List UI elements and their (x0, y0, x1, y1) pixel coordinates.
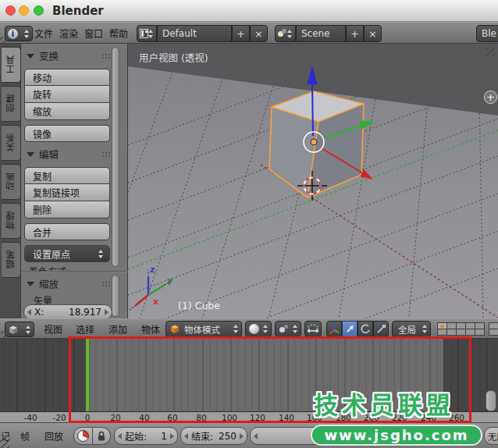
panel-drag-dots-icon[interactable] (101, 281, 112, 286)
viewport-3d[interactable]: 用户视图 (透视) (1) Cube z y x + (128, 44, 498, 318)
close-traffic-light-icon[interactable] (5, 5, 16, 16)
manipulator-rotate-button[interactable] (357, 321, 373, 337)
menu-window[interactable]: 窗口 (84, 27, 103, 40)
chevron-updown-icon (233, 325, 239, 333)
shelf-tab-animation[interactable]: 动画 (2, 164, 21, 200)
close-layout-button[interactable]: × (250, 25, 268, 42)
manipulator-scale-button[interactable] (373, 321, 389, 337)
shading-label-clipped: 着色方式: (29, 265, 115, 271)
window-title: Blender (52, 4, 104, 18)
manipulator-toggle-button[interactable] (326, 321, 342, 337)
scene-icon-button[interactable] (275, 25, 296, 42)
rotate-arc-icon (361, 324, 371, 334)
scale-button[interactable]: 缩放 (24, 103, 110, 120)
translate-arrow-icon (345, 324, 355, 334)
close-scene-button[interactable]: × (364, 25, 382, 42)
menu-playback[interactable]: 回放 (44, 429, 63, 443)
watermark-title: 技术员联盟 (314, 386, 454, 421)
menu-frame[interactable]: 帧 (20, 429, 30, 443)
add-layout-button[interactable]: + (232, 25, 250, 42)
proportional-edit-button[interactable] (304, 321, 322, 337)
rotate-button[interactable]: 旋转 (24, 86, 110, 103)
menu-object[interactable]: 物体 (141, 322, 160, 336)
menu-select[interactable]: 选择 (76, 322, 94, 336)
menu-add[interactable]: 添加 (108, 322, 127, 336)
layer-cell-active[interactable] (438, 323, 446, 329)
corner-resize-grip-icon[interactable] (486, 341, 495, 350)
increment-arrow-icon[interactable] (105, 309, 108, 315)
shelf-tab-physics[interactable]: 物理 (2, 203, 21, 239)
set-origin-dropdown[interactable]: 设置原点 (24, 245, 110, 262)
tool-shelf: 变换 移动 旋转 缩放 镜像 编辑 复制 复制链接项 删除 合并 设置原点 着色… (21, 44, 128, 318)
ruler-tick: -40 (23, 413, 37, 422)
x-axis-label: x (153, 297, 158, 307)
layers-widget-group1[interactable] (437, 322, 485, 336)
duplicate-button[interactable]: 复制 (24, 167, 110, 184)
screen-layout-name-field[interactable]: Default (157, 25, 232, 42)
title-bar: Blender (0, 0, 498, 22)
resize-x-field[interactable]: X: 18.917 (23, 304, 112, 320)
viewport-shading-dropdown[interactable] (245, 321, 272, 337)
panel-header-resize-operator[interactable]: 缩放 (27, 276, 123, 291)
scale-arrow-icon (376, 324, 386, 334)
sync-dropdown-clipped[interactable]: 无同 (484, 427, 498, 445)
collapse-triangle-icon (27, 54, 34, 59)
proportional-edit-icon (307, 324, 319, 334)
menu-view[interactable]: 视图 (44, 322, 62, 336)
decrement-arrow-icon[interactable] (254, 433, 258, 439)
increment-arrow-icon[interactable] (170, 433, 174, 439)
editor-type-selector[interactable]: i (5, 26, 33, 41)
start-frame-field[interactable]: 起始: 1 (114, 427, 178, 445)
increment-arrow-icon[interactable] (240, 433, 244, 439)
mirror-button[interactable]: 镜像 (24, 125, 110, 142)
panel-drag-dots-icon[interactable] (101, 53, 112, 59)
layers-widget-group2[interactable] (489, 322, 498, 336)
join-button[interactable]: 合并 (24, 223, 110, 240)
panel-header-edit[interactable]: 编辑 (27, 147, 123, 162)
decrement-arrow-icon[interactable] (118, 433, 122, 439)
chevron-updown-icon (26, 325, 31, 334)
timeline-scrollbar[interactable] (486, 390, 496, 411)
ruler-tick: -20 (52, 413, 66, 422)
render-engine-selector[interactable]: Ble (476, 25, 498, 42)
decrement-arrow-icon[interactable] (27, 309, 31, 315)
time-cursor-toggle-button[interactable] (73, 427, 93, 445)
shelf-tab-tools[interactable]: 工具 (2, 47, 21, 83)
menu-file[interactable]: 文件 (34, 27, 53, 40)
lock-button[interactable] (93, 427, 111, 445)
info-header: i 文件 渲染 窗口 帮助 Default + × Scene (0, 22, 498, 44)
corner-resize-grip-icon[interactable] (486, 47, 495, 56)
shelf-tab-relations[interactable]: 关系 (2, 125, 21, 161)
menu-render[interactable]: 渲染 (59, 27, 78, 40)
z-axis-label: z (150, 265, 155, 275)
pivot-point-dropdown[interactable] (275, 321, 301, 337)
operator-panel-scrollbar[interactable] (112, 275, 119, 317)
mode-dropdown[interactable]: 物体模式 (165, 321, 242, 337)
chevron-updown-icon (422, 325, 428, 333)
scene-icon (278, 29, 287, 38)
corner-resize-grip-icon[interactable] (0, 439, 9, 448)
menu-help[interactable]: 帮助 (109, 27, 128, 40)
transform-orientation-dropdown[interactable]: 全局 (392, 321, 431, 337)
collapse-triangle-icon (27, 152, 34, 157)
add-scene-button[interactable]: + (346, 25, 364, 42)
panel-header-transform[interactable]: 变换 (27, 48, 123, 63)
shelf-tab-create[interactable]: 创建 (2, 86, 21, 122)
delete-button[interactable]: 删除 (24, 201, 110, 219)
decrement-arrow-icon[interactable] (184, 433, 188, 439)
panel-drag-dots-icon[interactable] (101, 151, 112, 157)
scene-name-field[interactable]: Scene (296, 25, 346, 42)
minimize-traffic-light-icon[interactable] (19, 5, 29, 16)
corner-resize-grip-icon[interactable] (1, 331, 9, 339)
end-frame-field[interactable]: 结束: 250 (180, 427, 247, 445)
duplicate-linked-button[interactable]: 复制链接项 (24, 184, 110, 201)
screen-layout-icon-button[interactable] (137, 25, 157, 42)
manipulator-y-arrow[interactable] (361, 121, 375, 130)
manipulator-translate-button[interactable] (342, 321, 357, 337)
translate-button[interactable]: 移动 (24, 69, 110, 86)
expand-region-plus-button[interactable]: + (484, 91, 497, 104)
shelf-scrollbar[interactable] (112, 47, 119, 267)
shelf-tab-grease-pencil[interactable]: 蜡笔 (2, 242, 21, 278)
cube-object[interactable] (269, 91, 364, 197)
zoom-traffic-light-icon[interactable] (34, 5, 44, 16)
